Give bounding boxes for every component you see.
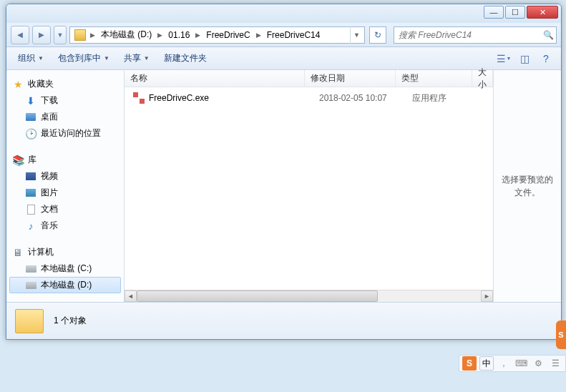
drive-icon xyxy=(25,280,36,291)
column-type[interactable]: 类型 xyxy=(396,70,472,87)
ime-keyboard-icon[interactable]: ⌨ xyxy=(514,356,528,371)
explorer-body: ★收藏夹 ⬇下载 桌面 🕑最近访问的位置 📚库 视频 图片 文档 ♪音乐 🖥计算… xyxy=(6,70,561,302)
sidebar-item-recent[interactable]: 🕑最近访问的位置 xyxy=(9,125,121,142)
ime-tab[interactable]: S xyxy=(556,320,566,349)
refresh-icon: ↻ xyxy=(374,30,381,40)
search-icon[interactable]: 🔍 xyxy=(540,27,556,43)
new-folder-button[interactable]: 新建文件夹 xyxy=(158,50,213,67)
sidebar-item-music[interactable]: ♪音乐 xyxy=(9,217,121,234)
sidebar-item-drive-c[interactable]: 本地磁盘 (C:) xyxy=(9,260,121,277)
breadcrumb[interactable]: FreeDriveC14 xyxy=(263,27,325,43)
content-area: 名称 修改日期 类型 大小 FreeDriveC.exe 2018-02-05 … xyxy=(125,70,561,302)
ime-logo-icon[interactable]: S xyxy=(462,356,477,371)
minimize-button[interactable]: — xyxy=(484,6,504,19)
sidebar-item-documents[interactable]: 文档 xyxy=(9,201,121,217)
titlebar: — ☐ ✕ xyxy=(6,4,561,23)
column-headers: 名称 修改日期 类型 大小 xyxy=(125,70,493,87)
ime-lang-button[interactable]: 中 xyxy=(479,356,494,371)
breadcrumb[interactable]: FreeDriveC xyxy=(202,27,254,43)
search-input[interactable] xyxy=(394,30,540,40)
preview-pane: 选择要预览的文件。 xyxy=(493,70,561,302)
favorites-group[interactable]: ★收藏夹 xyxy=(9,76,121,92)
status-bar: 1 个对象 xyxy=(6,302,561,339)
close-button[interactable]: ✕ xyxy=(527,6,558,19)
navigation-bar: ◄ ► ▼ ▶ 本地磁盘 (D:) ▶ 01.16 ▶ FreeDriveC ▶… xyxy=(6,23,561,47)
ime-punct-button[interactable]: ， xyxy=(497,356,511,371)
drive-icon xyxy=(25,263,36,275)
forward-button[interactable]: ► xyxy=(32,26,51,44)
breadcrumb-separator: ▶ xyxy=(89,31,97,39)
preview-pane-button[interactable]: ◫ xyxy=(515,50,534,67)
breadcrumb[interactable]: 本地磁盘 (D:) xyxy=(97,27,156,43)
sidebar-item-videos[interactable]: 视频 xyxy=(9,168,121,185)
computer-icon: 🖥 xyxy=(12,247,24,258)
libraries-group[interactable]: 📚库 xyxy=(9,152,121,168)
breadcrumb-separator: ▶ xyxy=(255,31,263,39)
breadcrumb-separator: ▶ xyxy=(156,31,164,39)
recent-icon: 🕑 xyxy=(25,128,36,139)
chevron-down-icon: ▼ xyxy=(38,55,44,62)
organize-menu[interactable]: 组织▼ xyxy=(12,50,49,67)
computer-group[interactable]: 🖥计算机 xyxy=(9,244,121,260)
music-icon: ♪ xyxy=(25,220,36,232)
document-icon xyxy=(25,204,36,215)
ime-bar: S 中 ， ⌨ ⚙ ☰ xyxy=(459,355,566,372)
explorer-window: — ☐ ✕ ◄ ► ▼ ▶ 本地磁盘 (D:) ▶ 01.16 ▶ FreeDr… xyxy=(6,4,562,340)
scroll-thumb[interactable] xyxy=(137,290,378,302)
horizontal-scrollbar[interactable]: ◄ ► xyxy=(125,290,493,302)
address-dropdown[interactable]: ▼ xyxy=(350,26,363,44)
ime-settings-icon[interactable]: ⚙ xyxy=(531,356,545,371)
file-row[interactable]: FreeDriveC.exe 2018-02-05 10:07 应用程序 xyxy=(125,90,493,106)
ime-menu-icon[interactable]: ☰ xyxy=(548,356,562,371)
star-icon: ★ xyxy=(12,79,24,90)
file-list-panel: 名称 修改日期 类型 大小 FreeDriveC.exe 2018-02-05 … xyxy=(125,70,493,302)
forward-arrow-icon: ► xyxy=(37,29,47,40)
downloads-icon: ⬇ xyxy=(25,95,36,107)
back-button[interactable]: ◄ xyxy=(11,26,29,44)
video-icon xyxy=(25,171,36,182)
column-modified[interactable]: 修改日期 xyxy=(305,70,395,87)
chevron-down-icon: ▼ xyxy=(57,31,64,39)
library-icon: 📚 xyxy=(12,155,24,166)
pictures-icon xyxy=(25,187,36,199)
file-name: FreeDriveC.exe xyxy=(149,93,209,103)
view-options-button[interactable]: ☰▾ xyxy=(494,50,512,67)
sidebar-item-desktop[interactable]: 桌面 xyxy=(9,109,121,125)
share-menu[interactable]: 共享▼ xyxy=(118,50,155,67)
file-modified: 2018-02-05 10:07 xyxy=(313,93,406,103)
search-box: 🔍 xyxy=(394,26,557,44)
column-name[interactable]: 名称 xyxy=(125,70,305,87)
breadcrumb-separator: ▶ xyxy=(194,31,202,39)
breadcrumb[interactable]: 01.16 xyxy=(164,27,194,43)
sidebar-item-drive-d[interactable]: 本地磁盘 (D:) xyxy=(9,277,121,293)
chevron-down-icon: ▼ xyxy=(104,55,109,62)
file-list[interactable]: FreeDriveC.exe 2018-02-05 10:07 应用程序 xyxy=(125,87,493,290)
folder-icon xyxy=(74,29,86,41)
sidebar-item-pictures[interactable]: 图片 xyxy=(9,185,121,201)
refresh-button[interactable]: ↻ xyxy=(369,26,386,44)
file-type: 应用程序 xyxy=(406,92,485,104)
sidebar-item-downloads[interactable]: ⬇下载 xyxy=(9,92,121,109)
status-text: 1 个对象 xyxy=(54,315,87,327)
scroll-right-button[interactable]: ► xyxy=(481,290,493,302)
history-dropdown[interactable]: ▼ xyxy=(54,26,67,44)
back-arrow-icon: ◄ xyxy=(16,29,25,40)
exe-icon xyxy=(133,92,145,104)
chevron-down-icon: ▼ xyxy=(353,31,360,39)
address-bar[interactable]: ▶ 本地磁盘 (D:) ▶ 01.16 ▶ FreeDriveC ▶ FreeD… xyxy=(69,26,365,44)
scroll-left-button[interactable]: ◄ xyxy=(125,290,137,302)
help-button[interactable]: ? xyxy=(537,50,555,67)
column-size[interactable]: 大小 xyxy=(472,70,493,87)
include-in-library-menu[interactable]: 包含到库中▼ xyxy=(52,50,115,67)
folder-large-icon xyxy=(15,309,44,333)
maximize-button[interactable]: ☐ xyxy=(505,6,525,19)
desktop-icon xyxy=(25,112,36,123)
scroll-track[interactable] xyxy=(137,290,481,302)
chevron-down-icon: ▼ xyxy=(144,55,150,62)
navigation-pane: ★收藏夹 ⬇下载 桌面 🕑最近访问的位置 📚库 视频 图片 文档 ♪音乐 🖥计算… xyxy=(6,70,125,302)
